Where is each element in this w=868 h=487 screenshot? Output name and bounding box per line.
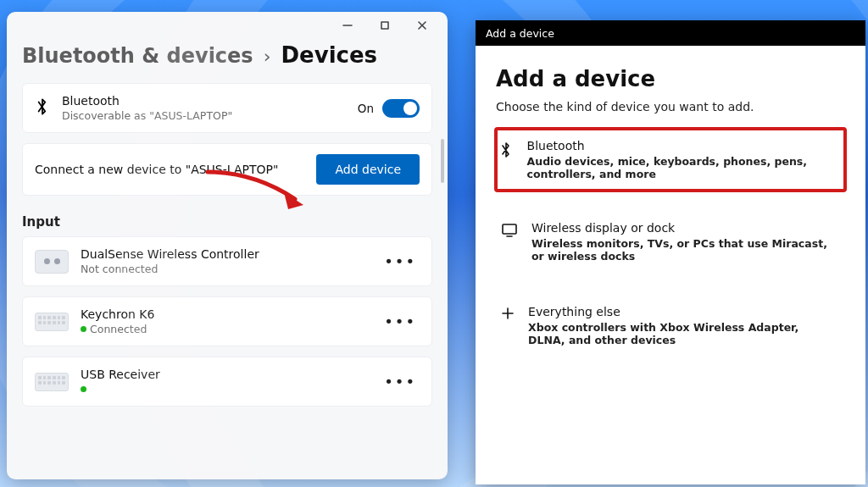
receiver-icon <box>35 373 69 391</box>
bluetooth-subtitle: Discoverable as "ASUS-LAPTOP" <box>62 109 232 122</box>
bluetooth-toggle-state: On <box>358 102 374 115</box>
device-more-button[interactable]: ••• <box>381 368 420 396</box>
display-icon <box>501 221 518 263</box>
dialog-titlebar: Add a device <box>476 20 865 46</box>
bluetooth-icon <box>35 97 50 120</box>
minimize-button[interactable] <box>329 14 366 37</box>
controller-icon <box>35 250 69 274</box>
device-status: Not connected <box>81 263 259 275</box>
option-wireless-display[interactable]: Wireless display or dock Wireless monito… <box>496 209 845 274</box>
option-title: Everything else <box>528 305 837 318</box>
connected-dot-icon <box>81 386 86 392</box>
window-titlebar <box>7 12 448 39</box>
device-name: DualSense Wireless Controller <box>81 247 259 261</box>
option-title: Bluetooth <box>527 139 838 152</box>
device-name: Keychron K6 <box>81 307 154 321</box>
annotation-arrow <box>203 165 314 216</box>
connect-device-card: Connect a new device to "ASUS-LAPTOP" Ad… <box>22 143 432 196</box>
dialog-lead-text: Choose the kind of device you want to ad… <box>496 100 845 113</box>
option-subtitle: Xbox controllers with Xbox Wireless Adap… <box>528 321 837 346</box>
maximize-button[interactable] <box>366 14 403 37</box>
bluetooth-toggle[interactable] <box>382 99 420 118</box>
device-more-button[interactable]: ••• <box>381 307 420 335</box>
scrollbar-thumb[interactable] <box>441 139 444 183</box>
close-button[interactable] <box>403 14 441 37</box>
keyboard-icon <box>35 313 69 331</box>
device-more-button[interactable]: ••• <box>381 247 420 275</box>
device-row[interactable]: DualSense Wireless Controller Not connec… <box>22 236 432 286</box>
option-subtitle: Audio devices, mice, keyboards, phones, … <box>527 155 838 180</box>
option-bluetooth[interactable]: Bluetooth Audio devices, mice, keyboards… <box>496 129 845 191</box>
breadcrumb-current: Devices <box>281 42 377 68</box>
svg-line-2 <box>419 22 426 29</box>
svg-rect-1 <box>381 22 388 29</box>
option-everything-else[interactable]: Everything else Xbox controllers with Xb… <box>496 293 845 358</box>
device-row[interactable]: USB Receiver ••• <box>22 357 432 407</box>
settings-devices-window: Bluetooth & devices › Devices Bluetooth … <box>7 12 448 479</box>
bluetooth-icon <box>499 139 514 180</box>
chevron-right-icon: › <box>264 46 271 67</box>
device-name: USB Receiver <box>81 368 160 381</box>
option-subtitle: Wireless monitors, TVs, or PCs that use … <box>531 237 837 263</box>
svg-line-3 <box>419 22 426 29</box>
add-device-button[interactable]: Add device <box>316 154 420 185</box>
device-status: Connected <box>81 323 154 335</box>
device-status <box>81 383 160 396</box>
section-input-header: Input <box>7 206 448 233</box>
plus-icon <box>501 305 515 346</box>
option-title: Wireless display or dock <box>531 221 837 235</box>
breadcrumb-parent[interactable]: Bluetooth & devices <box>22 44 253 68</box>
device-row[interactable]: Keychron K6 Connected ••• <box>22 296 432 346</box>
svg-rect-4 <box>503 224 516 234</box>
connect-device-text: Connect a new device to "ASUS-LAPTOP" <box>35 163 278 176</box>
connected-dot-icon <box>81 326 86 332</box>
add-device-dialog: Add a device Add a device Choose the kin… <box>476 20 865 484</box>
breadcrumb: Bluetooth & devices › Devices <box>7 39 448 80</box>
dialog-heading: Add a device <box>496 66 845 91</box>
bluetooth-title: Bluetooth <box>62 94 232 108</box>
bluetooth-toggle-card: Bluetooth Discoverable as "ASUS-LAPTOP" … <box>22 83 432 133</box>
